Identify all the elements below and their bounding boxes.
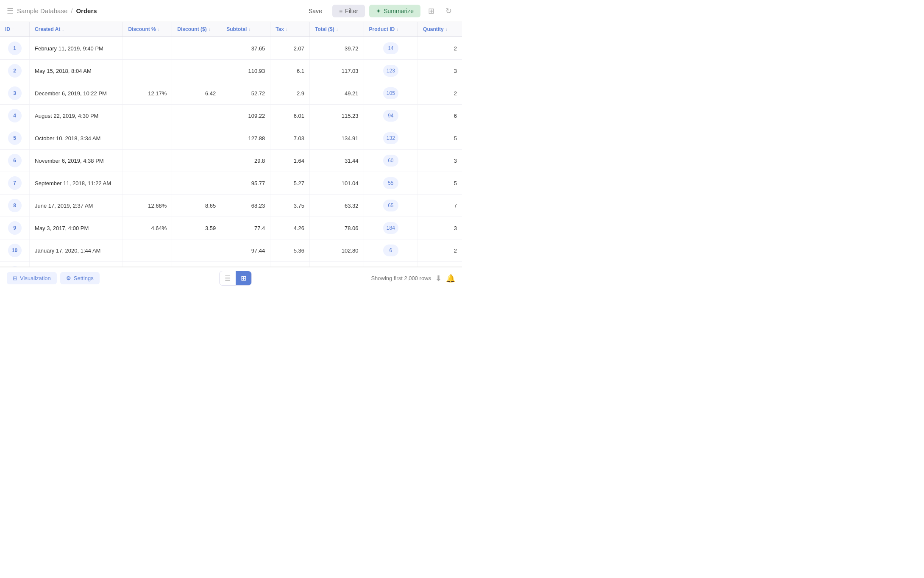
- col-product-label: Product ID: [369, 26, 395, 32]
- cell-product-id[interactable]: 123: [364, 60, 418, 82]
- cell-discount-pct: 4.64%: [123, 217, 172, 239]
- sort-arrow-subtotal: ↓: [248, 27, 250, 32]
- cell-discount-pct: [123, 127, 172, 150]
- table-row: 1February 11, 2019, 9:40 PM37.652.0739.7…: [0, 37, 462, 60]
- cell-tax: 7.03: [270, 127, 310, 150]
- cell-created-at: November 6, 2019, 4:38 PM: [30, 150, 123, 172]
- view-toggle: ☰ ⊞: [219, 271, 252, 286]
- cell-quantity: 2: [418, 82, 462, 105]
- sort-arrow-product: ↓: [396, 27, 398, 32]
- cell-id: 9: [0, 217, 30, 239]
- database-icon: ☰: [7, 6, 14, 16]
- cell-subtotal: 63.82: [221, 262, 270, 267]
- list-view-button[interactable]: ☰: [220, 271, 236, 285]
- cell-subtotal: 95.77: [221, 172, 270, 195]
- cell-total: 63.32: [310, 195, 364, 217]
- columns-button[interactable]: ⊞: [425, 5, 438, 17]
- cell-discount-dollar: [172, 172, 221, 195]
- table-row: 8June 17, 2019, 2:37 AM12.68%8.6568.233.…: [0, 195, 462, 217]
- col-header-product-id[interactable]: Product ID ↓: [364, 22, 418, 37]
- col-header-total[interactable]: Total ($) ↓: [310, 22, 364, 37]
- cell-product-id[interactable]: 55: [364, 172, 418, 195]
- col-header-subtotal[interactable]: Subtotal ↓: [221, 22, 270, 37]
- breadcrumb-db: Sample Database: [17, 7, 67, 14]
- col-header-discount-pct[interactable]: Discount % ↓: [123, 22, 172, 37]
- cell-tax: 5.36: [270, 239, 310, 262]
- sort-arrow-total: ↓: [336, 27, 338, 32]
- save-button[interactable]: Save: [303, 5, 328, 17]
- table-row: 6November 6, 2019, 4:38 PM29.81.6431.446…: [0, 150, 462, 172]
- cell-tax: 2.07: [270, 37, 310, 60]
- filter-icon: ≡: [339, 8, 342, 14]
- cell-product-id[interactable]: 132: [364, 127, 418, 150]
- settings-icon: ⚙: [66, 275, 71, 281]
- cell-id: 10: [0, 239, 30, 262]
- cell-total: 101.04: [310, 172, 364, 195]
- cell-discount-dollar: [172, 150, 221, 172]
- cell-id: 11: [0, 262, 30, 267]
- cell-created-at: May 15, 2018, 8:04 AM: [30, 60, 123, 82]
- cell-total: 78.06: [310, 217, 364, 239]
- cell-quantity: 5: [418, 127, 462, 150]
- breadcrumb-separator: /: [71, 7, 72, 14]
- breadcrumb-area: ☰ Sample Database / Orders: [7, 6, 303, 16]
- cell-total: 39.72: [310, 37, 364, 60]
- cell-discount-dollar: 8.65: [172, 195, 221, 217]
- col-header-discount-dollar[interactable]: Discount ($) ↓: [172, 22, 221, 37]
- orders-table: ID ↑ Created At ↓ Discount % ↓: [0, 22, 462, 267]
- col-tax-label: Tax: [276, 26, 284, 32]
- cell-total: 49.21: [310, 82, 364, 105]
- cell-product-id[interactable]: 184: [364, 217, 418, 239]
- grid-view-button[interactable]: ⊞: [236, 271, 251, 285]
- cell-product-id[interactable]: 65: [364, 195, 418, 217]
- visualization-button[interactable]: ⊞ Visualization: [7, 272, 57, 284]
- cell-discount-dollar: [172, 37, 221, 60]
- filter-button[interactable]: ≡ Filter: [332, 5, 365, 17]
- cell-id: 5: [0, 127, 30, 150]
- col-header-tax[interactable]: Tax ↓: [270, 22, 310, 37]
- cell-created-at: May 3, 2017, 4:00 PM: [30, 217, 123, 239]
- col-header-quantity[interactable]: Quantity ↓: [418, 22, 462, 37]
- cell-quantity: 6: [418, 105, 462, 127]
- cell-id: 6: [0, 150, 30, 172]
- grid-icon: ⊞: [13, 275, 17, 281]
- cell-created-at: September 11, 2018, 11:22 AM: [30, 172, 123, 195]
- cell-total: 134.91: [310, 127, 364, 150]
- cell-tax: 1.64: [270, 150, 310, 172]
- summarize-label: Summarize: [384, 8, 414, 14]
- notification-icon[interactable]: 🔔: [446, 274, 455, 283]
- col-created-label: Created At: [35, 26, 60, 32]
- cell-created-at: January 17, 2020, 1:44 AM: [30, 239, 123, 262]
- cell-product-id[interactable]: 105: [364, 82, 418, 105]
- sort-arrow-disc-pct: ↓: [158, 27, 160, 32]
- cell-created-at: December 6, 2019, 10:22 PM: [30, 82, 123, 105]
- col-header-created-at[interactable]: Created At ↓: [30, 22, 123, 37]
- cell-discount-pct: [123, 239, 172, 262]
- cell-subtotal: 97.44: [221, 239, 270, 262]
- download-icon[interactable]: ⬇: [435, 274, 442, 283]
- sort-arrow-created: ↓: [62, 27, 64, 32]
- cell-discount-pct: 12.68%: [123, 195, 172, 217]
- col-header-id[interactable]: ID ↑: [0, 22, 30, 37]
- sort-arrow-disc-dollar: ↓: [209, 27, 211, 32]
- cell-quantity: 3: [418, 150, 462, 172]
- table-row: 10January 17, 2020, 1:44 AM97.445.36102.…: [0, 239, 462, 262]
- cell-discount-dollar: 3.59: [172, 217, 221, 239]
- refresh-button[interactable]: ↻: [442, 5, 455, 17]
- cell-product-id[interactable]: 76: [364, 262, 418, 267]
- cell-total: 67.33: [310, 262, 364, 267]
- filter-label: Filter: [345, 8, 358, 14]
- cell-subtotal: 37.65: [221, 37, 270, 60]
- cell-product-id[interactable]: 6: [364, 239, 418, 262]
- cell-product-id[interactable]: 14: [364, 37, 418, 60]
- cell-quantity: 7: [418, 195, 462, 217]
- cell-discount-dollar: 6.42: [172, 82, 221, 105]
- settings-button[interactable]: ⚙ Settings: [60, 272, 100, 284]
- sort-arrow-id: ↑: [12, 27, 14, 32]
- summarize-button[interactable]: ✦ Summarize: [369, 5, 420, 17]
- cell-discount-pct: [123, 172, 172, 195]
- cell-subtotal: 52.72: [221, 82, 270, 105]
- cell-subtotal: 68.23: [221, 195, 270, 217]
- cell-product-id[interactable]: 60: [364, 150, 418, 172]
- cell-product-id[interactable]: 94: [364, 105, 418, 127]
